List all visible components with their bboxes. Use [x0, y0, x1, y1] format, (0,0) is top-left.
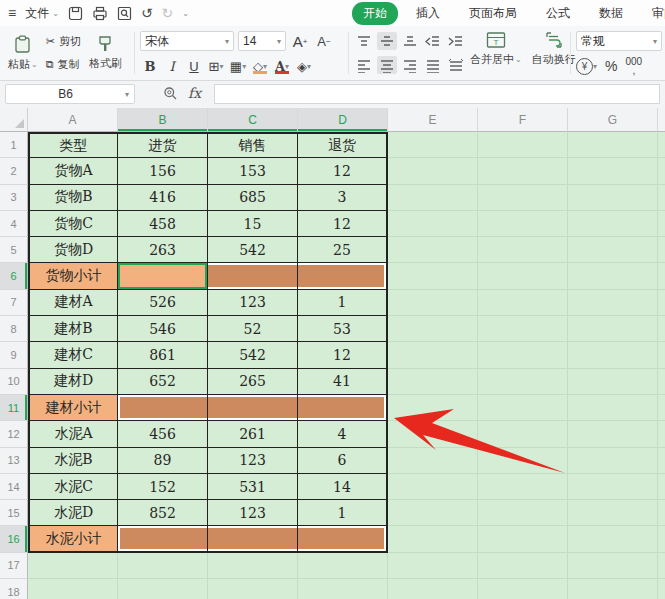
- align-top-icon[interactable]: [354, 32, 374, 50]
- row-header-14[interactable]: 14: [0, 474, 28, 500]
- cell-C16[interactable]: [208, 526, 298, 552]
- select-all-corner[interactable]: [0, 108, 28, 132]
- cell-G17[interactable]: [568, 553, 658, 579]
- column-header-D[interactable]: D: [298, 108, 388, 132]
- cell-B7[interactable]: 526: [118, 290, 208, 316]
- cell-D17[interactable]: [298, 553, 388, 579]
- cell-A3[interactable]: 货物B: [28, 185, 118, 211]
- increase-font-icon[interactable]: A+: [290, 31, 310, 51]
- cell-F14[interactable]: [478, 474, 568, 500]
- cell-F6[interactable]: [478, 263, 568, 289]
- column-header-E[interactable]: E: [388, 108, 478, 132]
- cell-F8[interactable]: [478, 316, 568, 342]
- redo-button[interactable]: ↻: [162, 5, 174, 21]
- cell-H10[interactable]: [658, 369, 665, 395]
- cell-A12[interactable]: 水泥A: [28, 421, 118, 447]
- cell-G12[interactable]: [568, 421, 658, 447]
- cell-A2[interactable]: 货物A: [28, 158, 118, 184]
- insert-function-button[interactable]: fx: [188, 85, 201, 101]
- cell-H6[interactable]: [658, 263, 665, 289]
- cell-C12[interactable]: 261: [208, 421, 298, 447]
- cell-B10[interactable]: 652: [118, 369, 208, 395]
- thousands-separator-button[interactable]: 000,: [625, 57, 642, 75]
- cell-B2[interactable]: 156: [118, 158, 208, 184]
- cell-G18[interactable]: [568, 579, 658, 599]
- italic-button[interactable]: I: [162, 56, 182, 76]
- cell-C1[interactable]: 销售: [208, 132, 298, 158]
- row-header-15[interactable]: 15: [0, 500, 28, 526]
- cell-D15[interactable]: 1: [298, 500, 388, 526]
- row-header-1[interactable]: 1: [0, 132, 28, 158]
- cell-D10[interactable]: 41: [298, 369, 388, 395]
- cell-H13[interactable]: [658, 448, 665, 474]
- cell-E13[interactable]: [388, 448, 478, 474]
- number-format-select[interactable]: 常规▾: [576, 31, 662, 51]
- cell-G11[interactable]: [568, 395, 658, 421]
- cell-H18[interactable]: [658, 579, 665, 599]
- row-header-7[interactable]: 7: [0, 290, 28, 316]
- cell-G8[interactable]: [568, 316, 658, 342]
- cell-G7[interactable]: [568, 290, 658, 316]
- cell-G15[interactable]: [568, 500, 658, 526]
- undo-button[interactable]: ↺: [141, 5, 153, 21]
- cell-F1[interactable]: [478, 132, 568, 158]
- tab-1[interactable]: 开始: [352, 2, 398, 25]
- cell-E10[interactable]: [388, 369, 478, 395]
- cell-D1[interactable]: 退货: [298, 132, 388, 158]
- cell-C18[interactable]: [208, 579, 298, 599]
- column-header-H[interactable]: H: [658, 108, 665, 132]
- cell-E14[interactable]: [388, 474, 478, 500]
- cell-D14[interactable]: 14: [298, 474, 388, 500]
- increase-indent-icon[interactable]: [446, 32, 466, 50]
- cell-A7[interactable]: 建材A: [28, 290, 118, 316]
- cell-F7[interactable]: [478, 290, 568, 316]
- cell-G13[interactable]: [568, 448, 658, 474]
- cell-D7[interactable]: 1: [298, 290, 388, 316]
- cell-A13[interactable]: 水泥B: [28, 448, 118, 474]
- cell-B9[interactable]: 861: [118, 342, 208, 368]
- cell-A5[interactable]: 货物D: [28, 237, 118, 263]
- cell-F16[interactable]: [478, 526, 568, 552]
- cell-B4[interactable]: 458: [118, 211, 208, 237]
- cell-D18[interactable]: [298, 579, 388, 599]
- align-bottom-icon[interactable]: [400, 32, 420, 50]
- cell-D13[interactable]: 6: [298, 448, 388, 474]
- cell-D16[interactable]: [298, 526, 388, 552]
- cell-G4[interactable]: [568, 211, 658, 237]
- print-preview-button[interactable]: [117, 6, 132, 21]
- font-size-select[interactable]: 14▾: [238, 31, 286, 51]
- print-button[interactable]: [92, 6, 108, 21]
- clear-format-button[interactable]: ◈▾: [294, 56, 314, 76]
- cell-G9[interactable]: [568, 342, 658, 368]
- cell-H4[interactable]: [658, 211, 665, 237]
- row-header-16[interactable]: 16: [0, 526, 28, 552]
- row-header-13[interactable]: 13: [0, 448, 28, 474]
- cell-H8[interactable]: [658, 316, 665, 342]
- decrease-indent-icon[interactable]: [423, 32, 443, 50]
- cell-D2[interactable]: 12: [298, 158, 388, 184]
- cell-C9[interactable]: 542: [208, 342, 298, 368]
- column-header-B[interactable]: B: [118, 108, 208, 132]
- cell-C6[interactable]: [208, 263, 298, 289]
- cell-F9[interactable]: [478, 342, 568, 368]
- cell-C10[interactable]: 265: [208, 369, 298, 395]
- cell-F17[interactable]: [478, 553, 568, 579]
- cell-F12[interactable]: [478, 421, 568, 447]
- cell-H1[interactable]: [658, 132, 665, 158]
- cell-H14[interactable]: [658, 474, 665, 500]
- cell-A9[interactable]: 建材C: [28, 342, 118, 368]
- save-button[interactable]: [68, 6, 83, 21]
- distributed-icon[interactable]: [446, 56, 466, 74]
- row-header-2[interactable]: 2: [0, 158, 28, 184]
- cell-F3[interactable]: [478, 185, 568, 211]
- cell-D11[interactable]: [298, 395, 388, 421]
- cell-G6[interactable]: [568, 263, 658, 289]
- row-header-6[interactable]: 6: [0, 263, 28, 289]
- cell-G1[interactable]: [568, 132, 658, 158]
- align-center-icon[interactable]: [377, 56, 397, 74]
- formula-input[interactable]: [214, 84, 660, 104]
- cell-A6[interactable]: 货物小计: [28, 263, 118, 289]
- row-header-10[interactable]: 10: [0, 369, 28, 395]
- column-header-C[interactable]: C: [208, 108, 298, 132]
- cell-B18[interactable]: [118, 579, 208, 599]
